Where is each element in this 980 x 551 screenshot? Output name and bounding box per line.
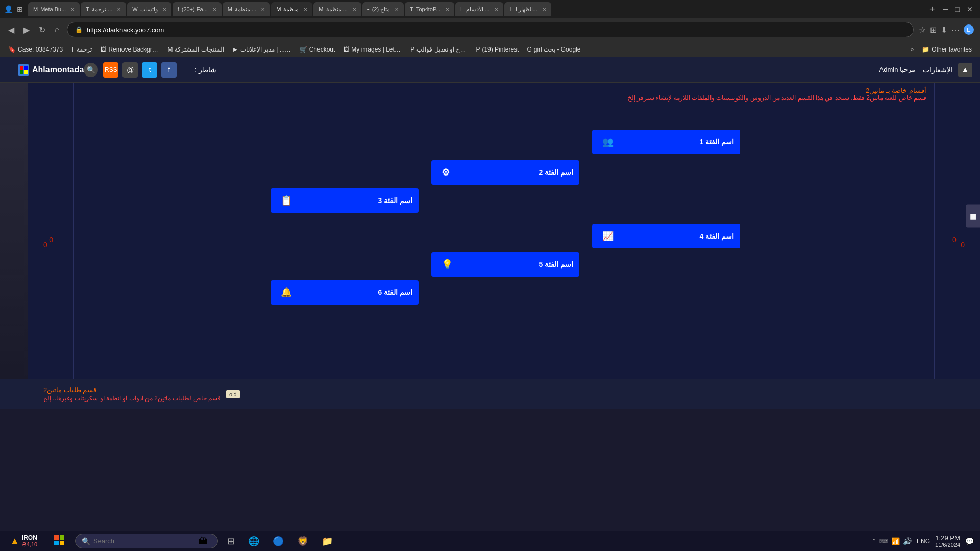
site-logo[interactable]: Ahlamontada	[18, 64, 84, 76]
left-stat-column: 0 0	[28, 83, 74, 379]
logo-text: Ahlamontada	[32, 65, 84, 74]
stock-name: IRON	[22, 534, 39, 541]
section1-title: أقسام خاصة بـ ماتين2	[82, 87, 926, 94]
stock-icon: ▲	[10, 536, 19, 546]
browser-tab-t3[interactable]: Wواتساب✕	[127, 2, 171, 16]
category-btn-3[interactable]: اسم الفئة 3📋	[271, 188, 419, 213]
site-search-button[interactable]: 🔍	[84, 63, 98, 77]
bookmarks-overflow[interactable]: »	[909, 46, 916, 53]
bookmark-item-7[interactable]: Pاصلاح او تعديل قوالب...	[407, 45, 471, 54]
keyboard-icon[interactable]: ⌨	[879, 538, 888, 545]
profile-icon[interactable]: 👤	[4, 5, 13, 13]
notifications-label[interactable]: الإشعارات	[923, 66, 953, 74]
bookmark-item-0[interactable]: 🔖Case: 03847373	[5, 45, 66, 54]
taskbar-search-decoration: 🏔	[199, 536, 208, 546]
new-tab-btn[interactable]: +	[925, 4, 939, 15]
category-area: أقسام خاصة بـ ماتين2 قسم خاص للعبة ماتين…	[74, 83, 934, 379]
bookmark-item-9[interactable]: Ggirl بحث - Google	[524, 45, 583, 54]
bookmarks-bar: 🔖Case: 03847373Tترجمة🖼Remove Backgroun..…	[0, 41, 980, 57]
browser-controls: 👤 ⊞	[4, 5, 23, 13]
category-btn-4[interactable]: اسم الفئة 4📈	[592, 224, 740, 248]
stock-ticker: ▲ IRON ₴4,10-	[6, 534, 43, 548]
star-icon[interactable]: ☆	[919, 25, 926, 35]
other-favorites-label: Other favorites	[932, 46, 972, 53]
forward-button[interactable]: ▶	[21, 23, 32, 37]
svg-rect-5	[60, 535, 64, 540]
email-icon[interactable]: @	[122, 62, 138, 78]
taskbar-app-folder[interactable]: 📁	[317, 536, 337, 547]
time-display[interactable]: 1:29 PM 11/6/2024	[935, 534, 960, 548]
bookmark-item-6[interactable]: 🖼My images | LetsEn...	[340, 45, 405, 54]
stock-info: IRON ₴4,10-	[22, 534, 39, 548]
other-favorites[interactable]: 📁 Other favorites	[919, 45, 975, 54]
category-btn-2[interactable]: اسم الفئة 2⚙	[431, 160, 579, 185]
address-bar: ◀ ▶ ↻ ⌂ 🔒 https://darkhack.yoo7.com ☆ ⊞ …	[0, 18, 980, 41]
browser-tab-t4[interactable]: f(20+) Fa...✕	[173, 2, 222, 16]
taskbar-app-brave[interactable]: 🦁	[293, 536, 312, 547]
bookmark-item-2[interactable]: 🖼Remove Backgroun...	[97, 45, 162, 54]
notification-center-icon[interactable]: 💬	[965, 537, 974, 545]
taskbar-search-bar[interactable]: 🔍 🏔	[75, 534, 218, 548]
bookmark-item-4[interactable]: ►إدل... | مدير الإعلانات	[229, 45, 295, 54]
up-button[interactable]: ▲	[958, 63, 972, 77]
bookmark-item-8[interactable]: P(19) Pinterest	[473, 45, 522, 54]
left-sidebar	[0, 83, 28, 379]
taskbar-right: ⌃ ⌨ 📶 🔊 ENG 1:29 PM 11/6/2024 💬	[871, 534, 974, 548]
rss-icon[interactable]: RSS	[103, 62, 118, 78]
category-btn-1[interactable]: اسم الفئة 1👥	[592, 130, 740, 154]
minimize-btn[interactable]: ─	[940, 5, 951, 13]
facebook-icon[interactable]: f	[161, 62, 177, 78]
browser-tab-t11[interactable]: Lالظهار ا...✕	[504, 2, 551, 16]
bookmark-item-5[interactable]: 🛒Checkout	[297, 45, 338, 54]
close-btn[interactable]: ✕	[964, 5, 976, 13]
more-options-icon[interactable]: ⋯	[951, 25, 960, 35]
url-text: https://darkhack.yoo7.com	[87, 26, 164, 34]
taskbar-app-task-view[interactable]: ⊞	[223, 536, 239, 547]
browser-tab-t2[interactable]: Tترجمة ...✕	[81, 2, 126, 16]
maximize-btn[interactable]: □	[952, 5, 963, 13]
user-avatar[interactable]: E	[964, 24, 974, 35]
svg-rect-3	[24, 70, 28, 74]
main-content: 0 0 أقسام خاصة بـ ماتين2 قسم خاص للعبة م…	[0, 83, 980, 379]
refresh-button[interactable]: ↻	[37, 23, 47, 37]
taskbar-app-edge[interactable]: 🔵	[268, 536, 288, 547]
address-bar-actions: ☆ ⊞ ⬇ ⋯ E	[919, 24, 974, 35]
bottom-section: old قسم طلبات ماتين2 قسم خاص لطلبات ماتي…	[0, 379, 980, 409]
back-button[interactable]: ◀	[6, 23, 16, 37]
wifi-icon[interactable]: 📶	[891, 537, 900, 545]
folder-icon: 📁	[922, 46, 929, 53]
svg-rect-6	[54, 541, 59, 545]
chevron-up-icon[interactable]: ⌃	[871, 538, 876, 545]
browser-tab-t7[interactable]: Mمنظمة ...✕	[313, 2, 361, 16]
taskbar-app-browser[interactable]: 🌐	[244, 536, 263, 547]
tab-grid-icon[interactable]: ⊞	[17, 5, 23, 13]
svg-rect-0	[20, 66, 23, 70]
home-button[interactable]: ⌂	[53, 23, 62, 36]
download-icon[interactable]: ⬇	[941, 25, 947, 35]
tab-options-icon[interactable]: ⊞	[930, 25, 937, 35]
stat-left-top: 0	[49, 236, 53, 244]
bookmark-item-1[interactable]: Tترجمة	[68, 45, 95, 54]
category-btn-6[interactable]: اسم الفئة 6🔔	[271, 280, 419, 305]
browser-tab-t6[interactable]: Mمنظمة✕	[271, 2, 312, 16]
url-bar[interactable]: 🔒 https://darkhack.yoo7.com	[67, 22, 914, 37]
windows-start-button[interactable]	[48, 535, 70, 548]
taskbar-search-input[interactable]	[93, 537, 195, 545]
admin-label: مرحبا Admin	[879, 66, 915, 73]
category-btn-5[interactable]: اسم الفئة 5💡	[431, 252, 579, 277]
browser-tab-t10[interactable]: Lالأقسام ...✕	[455, 2, 503, 16]
stat-right-mid: 0	[961, 241, 965, 249]
site-header: ▲ الإشعارات مرحبا Admin شاطر : f t @ RSS…	[0, 57, 980, 83]
sound-icon[interactable]: 🔊	[903, 537, 912, 545]
browser-tab-t5[interactable]: Mمنظمة ...✕	[223, 2, 270, 16]
twitter-icon[interactable]: t	[142, 62, 157, 78]
browser-tab-t8[interactable]: •متاح (2)✕	[362, 2, 404, 16]
bookmark-item-3[interactable]: Mالمنتجات المشتركة	[164, 45, 227, 54]
right-panel-toggle[interactable]: ▦	[966, 205, 980, 228]
language-indicator[interactable]: ENG	[917, 538, 930, 545]
stat-right-top: 0	[952, 236, 957, 244]
current-time: 1:29 PM	[935, 534, 960, 542]
browser-tab-t9[interactable]: TTop4toP...✕	[405, 2, 454, 16]
browser-tab-t1[interactable]: MMeta Bu...✕	[28, 2, 80, 16]
taskbar-search-icon: 🔍	[82, 537, 90, 545]
